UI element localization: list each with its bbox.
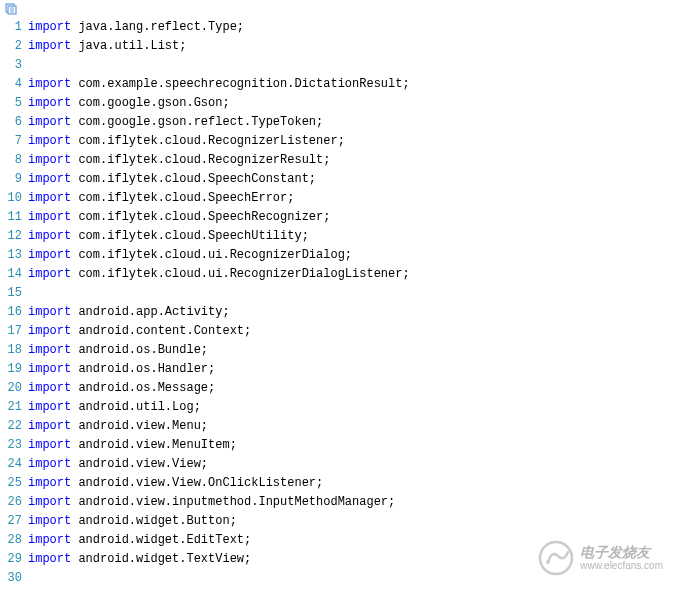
code-line: import com.iflytek.cloud.ui.RecognizerDi… <box>28 246 673 265</box>
keyword: import <box>28 324 71 338</box>
keyword: import <box>28 381 71 395</box>
line-number: 1 <box>0 18 22 37</box>
code-text: com.example.speechrecognition.DictationR… <box>71 77 409 91</box>
keyword: import <box>28 210 71 224</box>
code-line: import com.google.gson.reflect.TypeToken… <box>28 113 673 132</box>
keyword: import <box>28 191 71 205</box>
code-line: import android.content.Context; <box>28 322 673 341</box>
code-text: android.os.Bundle; <box>71 343 208 357</box>
keyword: import <box>28 39 71 53</box>
line-number: 2 <box>0 37 22 56</box>
toolbar <box>0 0 673 18</box>
code-line: import com.iflytek.cloud.SpeechError; <box>28 189 673 208</box>
code-text: android.view.Menu; <box>71 419 208 433</box>
keyword: import <box>28 77 71 91</box>
line-number: 13 <box>0 246 22 265</box>
code-text: com.google.gson.Gson; <box>71 96 229 110</box>
code-text: android.widget.Button; <box>71 514 237 528</box>
code-text: android.widget.EditText; <box>71 533 251 547</box>
line-number: 15 <box>0 284 22 303</box>
code-line: import com.iflytek.cloud.SpeechUtility; <box>28 227 673 246</box>
line-number: 28 <box>0 531 22 550</box>
line-number: 16 <box>0 303 22 322</box>
keyword: import <box>28 115 71 129</box>
logo-icon <box>538 540 574 576</box>
line-number: 18 <box>0 341 22 360</box>
line-number: 5 <box>0 94 22 113</box>
keyword: import <box>28 96 71 110</box>
line-number: 29 <box>0 550 22 569</box>
line-number: 4 <box>0 75 22 94</box>
code-line: import java.lang.reflect.Type; <box>28 18 673 37</box>
code-text: android.app.Activity; <box>71 305 229 319</box>
code-line <box>28 56 673 75</box>
line-number: 20 <box>0 379 22 398</box>
line-number: 30 <box>0 569 22 588</box>
code-text: java.util.List; <box>71 39 186 53</box>
code-line: import android.util.Log; <box>28 398 673 417</box>
code-text: com.iflytek.cloud.SpeechConstant; <box>71 172 316 186</box>
keyword: import <box>28 20 71 34</box>
code-line: import android.app.Activity; <box>28 303 673 322</box>
line-number: 9 <box>0 170 22 189</box>
keyword: import <box>28 153 71 167</box>
code-line: import android.os.Message; <box>28 379 673 398</box>
keyword: import <box>28 514 71 528</box>
code-line: import com.google.gson.Gson; <box>28 94 673 113</box>
code-area: import java.lang.reflect.Type;import jav… <box>28 18 673 588</box>
code-text: com.iflytek.cloud.RecognizerResult; <box>71 153 330 167</box>
copy-icon[interactable] <box>4 2 18 16</box>
code-text: com.iflytek.cloud.ui.RecognizerDialogLis… <box>71 267 409 281</box>
line-number: 3 <box>0 56 22 75</box>
code-line: import android.widget.Button; <box>28 512 673 531</box>
keyword: import <box>28 267 71 281</box>
keyword: import <box>28 172 71 186</box>
keyword: import <box>28 229 71 243</box>
code-line: import android.view.View; <box>28 455 673 474</box>
code-line: import com.iflytek.cloud.ui.RecognizerDi… <box>28 265 673 284</box>
code-line: import android.os.Bundle; <box>28 341 673 360</box>
code-text: android.os.Message; <box>71 381 215 395</box>
code-line: import java.util.List; <box>28 37 673 56</box>
line-number: 17 <box>0 322 22 341</box>
code-line: import com.iflytek.cloud.SpeechConstant; <box>28 170 673 189</box>
watermark: 电子发烧友 www.elecfans.com <box>538 540 663 576</box>
keyword: import <box>28 343 71 357</box>
code-line: import com.iflytek.cloud.SpeechRecognize… <box>28 208 673 227</box>
code-container: 1234567891011121314151617181920212223242… <box>0 18 673 588</box>
line-number: 25 <box>0 474 22 493</box>
code-line: import com.iflytek.cloud.RecognizerResul… <box>28 151 673 170</box>
code-text: android.view.MenuItem; <box>71 438 237 452</box>
line-number: 19 <box>0 360 22 379</box>
line-number: 14 <box>0 265 22 284</box>
code-line: import android.os.Handler; <box>28 360 673 379</box>
code-text: java.lang.reflect.Type; <box>71 20 244 34</box>
keyword: import <box>28 419 71 433</box>
line-number: 26 <box>0 493 22 512</box>
code-text: android.content.Context; <box>71 324 251 338</box>
code-text: android.util.Log; <box>71 400 201 414</box>
code-text: android.view.inputmethod.InputMethodMana… <box>71 495 395 509</box>
keyword: import <box>28 533 71 547</box>
line-number: 6 <box>0 113 22 132</box>
keyword: import <box>28 248 71 262</box>
keyword: import <box>28 362 71 376</box>
keyword: import <box>28 476 71 490</box>
svg-point-6 <box>546 560 550 564</box>
svg-point-5 <box>540 542 572 574</box>
code-line: import android.view.Menu; <box>28 417 673 436</box>
line-number: 27 <box>0 512 22 531</box>
line-number: 24 <box>0 455 22 474</box>
line-number: 10 <box>0 189 22 208</box>
line-number: 12 <box>0 227 22 246</box>
line-number: 23 <box>0 436 22 455</box>
code-line: import android.view.MenuItem; <box>28 436 673 455</box>
line-number: 21 <box>0 398 22 417</box>
code-text: android.view.View.OnClickListener; <box>71 476 323 490</box>
keyword: import <box>28 438 71 452</box>
line-number-gutter: 1234567891011121314151617181920212223242… <box>0 18 28 588</box>
code-text: com.iflytek.cloud.ui.RecognizerDialog; <box>71 248 352 262</box>
keyword: import <box>28 305 71 319</box>
watermark-url: www.elecfans.com <box>580 560 663 572</box>
code-text: android.view.View; <box>71 457 208 471</box>
